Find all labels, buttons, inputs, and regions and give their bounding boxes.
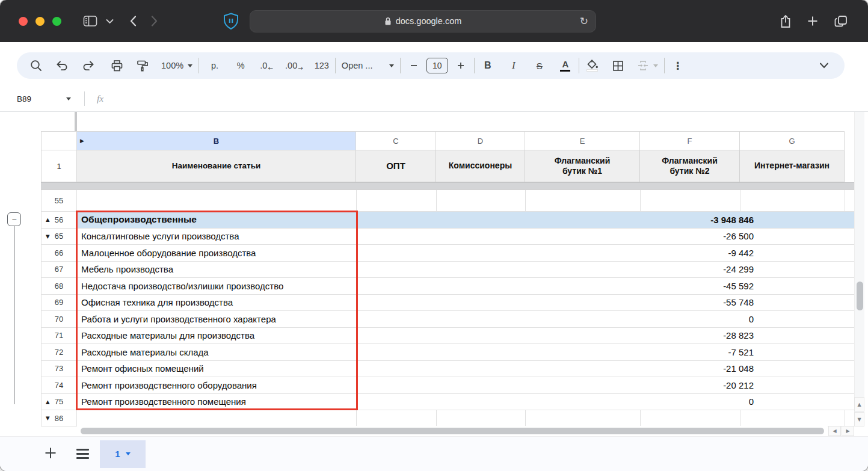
row-number[interactable]: ▲75	[41, 394, 77, 411]
reload-icon[interactable]: ↻	[580, 15, 588, 27]
column-header-F[interactable]: F	[640, 131, 740, 150]
borders-button[interactable]	[611, 57, 626, 75]
row-cells[interactable]: Консалтинговые услуги производства-26 50…	[77, 229, 854, 245]
row-cells[interactable]: Расходные материалы склада-7 521	[77, 344, 854, 361]
hidden-rows-marker-icon[interactable]: ▼	[46, 415, 50, 421]
row-number[interactable]: 73	[41, 361, 77, 378]
scroll-down-button[interactable]: ▼	[854, 412, 864, 426]
scroll-left-button[interactable]: ◀	[828, 426, 841, 436]
number-format-button[interactable]: 123	[315, 57, 329, 75]
horizontal-scrollbar-thumb[interactable]	[81, 428, 824, 434]
increase-decimals-button[interactable]: .00→	[285, 57, 303, 75]
undo-icon[interactable]	[55, 57, 69, 75]
scroll-up-button[interactable]: ▲	[854, 397, 864, 411]
sheet-tab-active[interactable]: 1	[100, 440, 146, 468]
more-options-icon[interactable]: ⋮	[671, 57, 685, 75]
decrease-decimals-button[interactable]: .0←	[259, 57, 274, 75]
hidden-column-expand-icon[interactable]: ▶	[80, 138, 84, 144]
row-cells[interactable]: Недостача производство/излишки производс…	[77, 278, 854, 295]
row-number[interactable]: 68	[41, 278, 77, 295]
horizontal-scrollbar[interactable]	[77, 426, 828, 436]
address-bar[interactable]: docs.google.com ↻	[250, 10, 596, 32]
cell-B1[interactable]: Наименование статьи	[77, 150, 356, 182]
cell-F1[interactable]: Флагманский бутик №2	[640, 150, 740, 182]
decrease-font-size-button[interactable]	[407, 57, 421, 75]
frozen-row-divider[interactable]	[41, 182, 854, 189]
row-cells[interactable]: Ремонт производственного помещения0	[77, 394, 854, 411]
row-cells[interactable]	[77, 410, 854, 426]
italic-button[interactable]: I	[506, 57, 521, 75]
row-number[interactable]: 69	[41, 295, 77, 312]
select-all-corner[interactable]	[41, 131, 77, 150]
fill-color-button[interactable]	[585, 57, 600, 75]
content-blocker-shield-icon[interactable]	[223, 13, 239, 30]
column-header-E[interactable]: E	[525, 131, 640, 150]
close-window-button[interactable]	[19, 17, 28, 26]
font-select[interactable]: Open ...	[342, 57, 394, 75]
row-number[interactable]: 55	[41, 189, 77, 212]
row-number[interactable]: ▲56	[41, 212, 77, 229]
name-box[interactable]: B89	[0, 94, 71, 103]
column-header-D[interactable]: D	[436, 131, 525, 150]
format-currency-button[interactable]: р.	[208, 57, 222, 75]
tab-overview-icon[interactable]	[834, 15, 848, 28]
vertical-scrollbar-thumb[interactable]	[857, 282, 863, 310]
row-number-1[interactable]: 1	[41, 150, 77, 182]
format-percent-button[interactable]: %	[233, 57, 248, 75]
redo-icon[interactable]	[81, 57, 95, 75]
search-icon[interactable]	[29, 57, 43, 75]
group-collapse-button[interactable]: −	[7, 212, 21, 226]
cell-C1[interactable]: ОПТ	[356, 150, 436, 182]
cell-label: Недостача производство/излишки производс…	[81, 278, 283, 294]
add-sheet-button[interactable]	[45, 447, 57, 461]
column-header-G[interactable]: G	[740, 131, 845, 150]
increase-font-size-button[interactable]	[454, 57, 468, 75]
zoom-select[interactable]: 100%	[161, 57, 192, 75]
bold-button[interactable]: B	[481, 57, 495, 75]
row-cells[interactable]: Малоценное оборудование производства-9 4…	[77, 245, 854, 262]
row-cells[interactable]: Мебель производства-24 299	[77, 262, 854, 279]
chevron-down-icon[interactable]	[126, 452, 131, 455]
print-icon[interactable]	[109, 57, 124, 75]
row-number[interactable]: ▼86	[41, 410, 77, 426]
back-button[interactable]	[129, 15, 137, 27]
column-header-C[interactable]: C	[356, 131, 436, 150]
scroll-right-button[interactable]: ▶	[842, 426, 854, 436]
cell-E1[interactable]: Флагманский бутик №1	[525, 150, 640, 182]
strikethrough-button[interactable]: S	[532, 57, 547, 75]
cell-D1[interactable]: Комиссионеры	[436, 150, 525, 182]
font-size-input[interactable]: 10	[426, 58, 448, 73]
row-number[interactable]: 74	[41, 377, 77, 394]
hidden-rows-marker-icon[interactable]: ▲	[46, 399, 50, 405]
row-cells[interactable]: Общепроизводственные-3 948 846	[77, 212, 854, 229]
paint-format-icon[interactable]	[135, 57, 150, 75]
row-cells[interactable]: Офисная техника для производства-55 748	[77, 295, 854, 312]
row-cells[interactable]: Расходные материалы для производства-28 …	[77, 328, 854, 345]
row-cells[interactable]: Ремонт офисных помещений-21 048	[77, 361, 854, 378]
all-sheets-menu-icon[interactable]	[76, 449, 89, 459]
row-cells[interactable]	[77, 189, 854, 212]
new-tab-plus-icon[interactable]	[807, 16, 818, 26]
row-number[interactable]: ▼65	[41, 229, 77, 245]
hidden-rows-marker-icon[interactable]: ▼	[46, 233, 50, 239]
text-color-button[interactable]: A	[558, 57, 573, 75]
cell-G1[interactable]: Интернет-магазин	[740, 150, 845, 182]
collapse-toolbar-chevron-icon[interactable]	[817, 57, 831, 75]
merge-cells-button[interactable]	[637, 57, 658, 75]
row-number[interactable]: 71	[41, 328, 77, 345]
row-number[interactable]: 66	[41, 245, 77, 262]
forward-button[interactable]	[150, 15, 158, 27]
sidebar-chevron-down-icon[interactable]	[106, 19, 114, 24]
row-cells[interactable]: Ремонт производственного оборудования-20…	[77, 377, 854, 394]
row-cells[interactable]: Работа и услуги производственного характ…	[77, 311, 854, 328]
vertical-scrollbar[interactable]	[854, 112, 864, 426]
zoom-window-button[interactable]	[52, 17, 61, 26]
column-header-B[interactable]: ▶ B	[77, 131, 356, 150]
row-number[interactable]: 67	[41, 262, 77, 279]
share-icon[interactable]	[780, 14, 791, 28]
row-number[interactable]: 70	[41, 311, 77, 328]
minimize-window-button[interactable]	[35, 17, 45, 26]
row-number[interactable]: 72	[41, 344, 77, 361]
sidebar-toggle-icon[interactable]	[83, 15, 97, 27]
hidden-rows-marker-icon[interactable]: ▲	[46, 217, 50, 223]
